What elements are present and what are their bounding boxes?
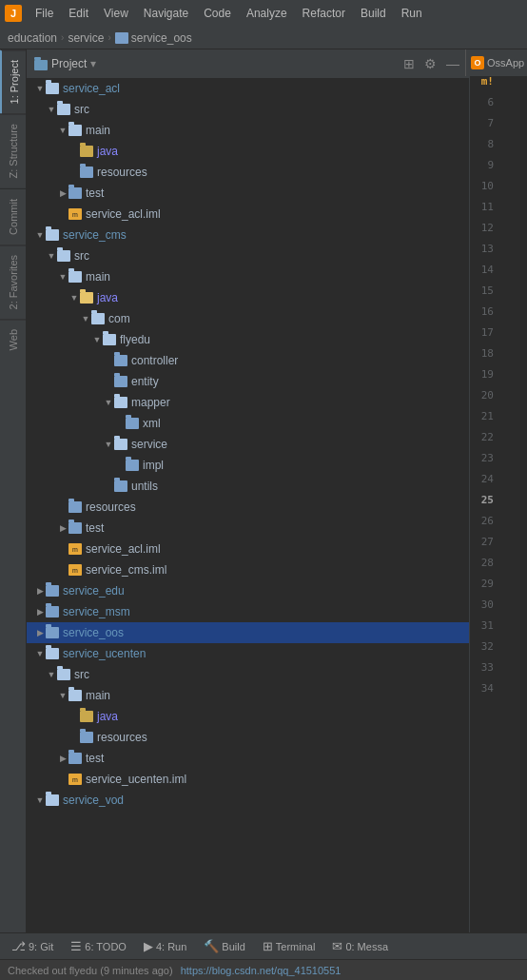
tree-node-src-uc[interactable]: src <box>27 664 469 685</box>
tree-node-mapper-cms[interactable]: mapper <box>27 392 469 413</box>
tree-node-java-cms[interactable]: java <box>27 287 469 308</box>
tree-node-test-uc[interactable]: test <box>27 748 469 769</box>
tree-node-src-acl[interactable]: src <box>27 99 469 120</box>
tree-node-main-uc[interactable]: main <box>27 685 469 706</box>
build-button[interactable]: 🔨 Build <box>196 936 252 956</box>
tree-node-untils-cms[interactable]: untils <box>27 476 469 497</box>
panel-web[interactable]: Web <box>0 319 26 360</box>
arrow-service-ucenten[interactable] <box>34 648 46 659</box>
tree-node-test-cms[interactable]: test <box>27 518 469 539</box>
arrow-service-vod[interactable] <box>34 794 46 806</box>
oss-app-icon: O <box>471 56 484 69</box>
tree-node-service-oos[interactable]: service_oos <box>27 622 469 643</box>
menu-run[interactable]: Run <box>395 4 429 23</box>
arrow-com-cms[interactable] <box>80 313 91 324</box>
arrow-service-edu[interactable] <box>34 585 46 597</box>
tree-node-resources-acl[interactable]: resources <box>27 162 469 183</box>
tree-node-service-acl-iml2[interactable]: m service_acl.iml <box>27 539 469 559</box>
file-tree-content[interactable]: service_acl src main java <box>27 78 469 932</box>
breadcrumb-education[interactable]: education <box>8 31 57 45</box>
tree-node-service-acl[interactable]: service_acl <box>27 78 469 99</box>
tree-node-service-ucenten-iml[interactable]: m service_ucenten.iml <box>27 769 469 790</box>
folder-icon-mapper-cms <box>114 397 127 408</box>
layout-icon[interactable]: ⊞ <box>401 54 417 73</box>
panel-structure[interactable]: Z: Structure <box>0 113 26 187</box>
line-num-23: 23 <box>470 447 499 468</box>
git-button[interactable]: ⎇ 9: Git <box>4 936 61 956</box>
status-link[interactable]: https://blog.csdn.net/qq_41510551 <box>181 965 342 976</box>
arrow-java-cms[interactable] <box>68 292 80 304</box>
menu-build[interactable]: Build <box>354 4 393 23</box>
arrow-src-cms[interactable] <box>46 250 57 262</box>
tree-node-service-edu[interactable]: service_edu <box>27 580 469 601</box>
label-impl-cms: impl <box>143 459 164 472</box>
arrow-service-oos[interactable] <box>34 627 46 638</box>
arrow-test-acl[interactable] <box>57 187 68 199</box>
folder-icon-service-vod <box>46 794 59 806</box>
tree-node-resources-uc[interactable]: resources <box>27 727 469 748</box>
tree-node-resources-cms[interactable]: resources <box>27 497 469 518</box>
arrow-service-acl[interactable] <box>34 83 46 94</box>
tree-node-service-vod[interactable]: service_vod <box>27 790 469 811</box>
arrow-service-cms[interactable] <box>34 229 46 241</box>
arrow-test-cms[interactable] <box>57 522 68 534</box>
arrow-flyedu-cms[interactable] <box>91 334 103 345</box>
arrow-main-cms[interactable] <box>57 271 68 283</box>
label-main-acl: main <box>86 124 110 137</box>
arrow-src-acl[interactable] <box>46 104 57 115</box>
todo-icon: ☰ <box>70 939 82 953</box>
folder-icon-java-uc <box>80 711 93 722</box>
menu-edit[interactable]: Edit <box>62 4 95 23</box>
arrow-service-dir-cms[interactable] <box>103 439 114 450</box>
tree-node-src-cms[interactable]: src <box>27 245 469 266</box>
panel-project[interactable]: 1: Project <box>0 49 26 113</box>
menu-analyze[interactable]: Analyze <box>240 4 294 23</box>
tree-node-java-acl[interactable]: java <box>27 141 469 162</box>
git-icon: ⎇ <box>11 939 26 953</box>
tree-node-entity-cms[interactable]: entity <box>27 371 469 392</box>
arrow-main-uc[interactable] <box>57 690 68 701</box>
panel-commit[interactable]: Commit <box>0 188 26 245</box>
oss-app-tab[interactable]: O OssApp <box>465 49 527 76</box>
tree-node-com-cms[interactable]: com <box>27 308 469 329</box>
line-num-10: 10 <box>470 175 499 196</box>
tree-node-service-ucenten[interactable]: service_ucenten <box>27 643 469 664</box>
tree-node-controller-cms[interactable]: controller <box>27 350 469 371</box>
settings-icon[interactable]: ⚙ <box>422 54 439 73</box>
breadcrumb-service[interactable]: service <box>68 31 104 45</box>
run-button[interactable]: ▶ 4: Run <box>136 936 194 956</box>
menu-file[interactable]: File <box>29 4 60 23</box>
menu-navigate[interactable]: Navigate <box>137 4 195 23</box>
tree-node-flyedu-cms[interactable]: flyedu <box>27 329 469 350</box>
tree-node-xml-cms[interactable]: xml <box>27 413 469 434</box>
arrow-src-uc[interactable] <box>46 669 57 680</box>
line-num-11: 11 <box>470 196 499 217</box>
terminal-button[interactable]: ⊞ Terminal <box>255 936 323 956</box>
tree-node-service-msm[interactable]: service_msm <box>27 601 469 622</box>
breadcrumb-service-oos[interactable]: service_oos <box>115 31 192 45</box>
message-button[interactable]: ✉ 0: Messa <box>324 936 396 956</box>
tree-node-java-uc[interactable]: java <box>27 706 469 727</box>
tree-node-test-acl[interactable]: test <box>27 183 469 204</box>
arrow-mapper-cms[interactable] <box>103 397 114 408</box>
minimize-icon[interactable]: — <box>444 54 461 73</box>
arrow-service-msm[interactable] <box>34 606 46 617</box>
tree-node-impl-cms[interactable]: impl <box>27 455 469 476</box>
tree-node-main-cms[interactable]: main <box>27 266 469 287</box>
arrow-service-cms-iml <box>57 564 68 576</box>
tree-node-main-acl[interactable]: main <box>27 120 469 141</box>
main-area: 1: Project Z: Structure Commit 2: Favori… <box>0 49 527 932</box>
tree-node-service-cms[interactable]: service_cms <box>27 225 469 245</box>
todo-button[interactable]: ☰ 6: TODO <box>63 936 134 956</box>
project-dropdown[interactable]: ▾ <box>90 57 96 70</box>
arrow-test-uc[interactable] <box>57 753 68 764</box>
menu-refactor[interactable]: Refactor <box>296 4 352 23</box>
tree-node-service-cms-iml[interactable]: m service_cms.iml <box>27 559 469 580</box>
panel-favorites[interactable]: 2: Favorites <box>0 245 26 319</box>
tree-node-service-dir-cms[interactable]: service <box>27 434 469 455</box>
arrow-main-acl[interactable] <box>57 125 68 136</box>
tree-node-service-acl-iml[interactable]: m service_acl.iml <box>27 204 469 225</box>
folder-icon-src-acl <box>57 104 70 115</box>
menu-code[interactable]: Code <box>197 4 238 23</box>
menu-view[interactable]: View <box>97 4 135 23</box>
